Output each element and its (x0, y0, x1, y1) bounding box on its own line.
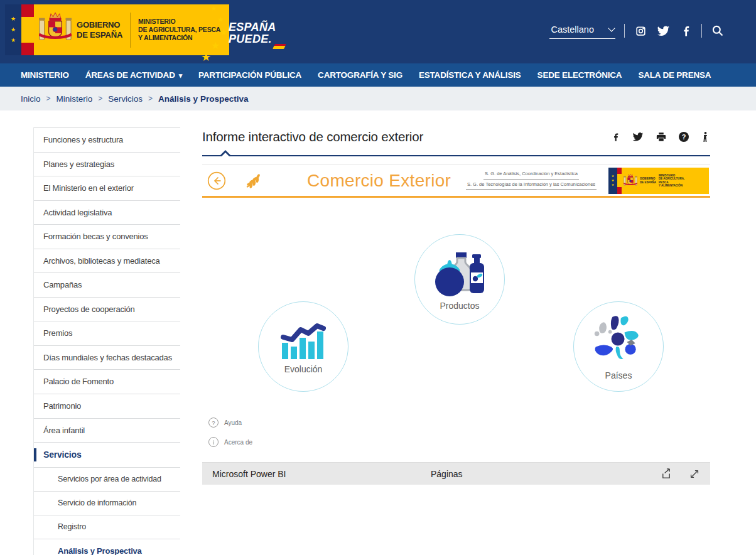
breadcrumb-inicio[interactable]: Inicio (21, 94, 41, 104)
sidebar-item-servicios-por-area[interactable]: Servicios por área de actividad (34, 468, 180, 492)
caret-up-icon-inner (222, 153, 229, 156)
report-title: Comercio Exterior (307, 171, 451, 191)
org-line-1: S. G. de Análisis, Coordinación y Estadí… (483, 171, 579, 179)
eu-star-icon: ★ (11, 16, 16, 22)
bar-chart-trend-icon (281, 320, 326, 360)
share-icon[interactable] (660, 468, 672, 480)
sidebar-item-servicios[interactable]: Servicios (34, 443, 180, 468)
sidebar-menu: Funciones y estructura Planes y estrateg… (33, 127, 180, 555)
breadcrumb-separator: > (98, 94, 102, 103)
fullscreen-expand-icon[interactable] (689, 468, 700, 480)
spain-flag-swoosh-icon (273, 44, 286, 49)
site-header: ★ ★ ★ GOBIERNO DE ESPAÑA MINISTERIO DE A… (0, 0, 756, 63)
nav-item-sede-electronica[interactable]: SEDE ELECTRÓNICA (529, 63, 630, 87)
instagram-icon[interactable] (634, 24, 647, 38)
sidebar-item-funciones-y-estructura[interactable]: Funciones y estructura (34, 128, 180, 153)
facebook-share-icon[interactable] (611, 132, 620, 142)
sidebar-item-actividad-legislativa[interactable]: Actividad legislativa (34, 201, 180, 225)
sidebar-item-campanas[interactable]: Campañas (34, 273, 180, 298)
twitter-icon[interactable] (656, 24, 670, 38)
report-button-evolucion[interactable]: Evolución (258, 301, 348, 392)
report-button-paises[interactable]: Países (573, 301, 664, 392)
org-line-2: S. G. de Tecnologías de la Información y… (466, 182, 597, 190)
breadcrumb: Inicio > Ministerio > Servicios > Anális… (0, 87, 756, 110)
back-button[interactable] (207, 171, 226, 190)
sidebar-item-servicio-de-informacion[interactable]: Servicio de información (34, 492, 180, 515)
header-controls: Castellano (549, 21, 725, 40)
language-selector[interactable]: Castellano (549, 23, 615, 39)
nav-item-estadistica-y-analisis[interactable]: ESTADÍSTICA Y ANÁLISIS (411, 63, 529, 87)
sidebar-item-palacio-de-fomento[interactable]: Palacio de Fomento (34, 370, 180, 394)
report-canvas: Evolución Productos (202, 198, 710, 462)
nav-item-ministerio[interactable]: MINISTERIO (13, 63, 77, 87)
chevron-down-icon (608, 24, 615, 31)
sidebar-item-planes-y-estrategias[interactable]: Planes y estrategias (34, 153, 180, 177)
button-label: Países (605, 370, 632, 380)
eu-flag-strip: ★★★ (608, 168, 617, 194)
main-navigation: MINISTERIO ÁREAS DE ACTIVIDAD▾ PARTICIPA… (0, 63, 756, 87)
gobierno-label: GOBIERNO DE ESPAÑA (77, 20, 130, 40)
sidebar-item-premios[interactable]: Premios (34, 321, 180, 346)
nav-item-cartografia-y-sig[interactable]: CARTOGRAFÍA Y SIG (310, 63, 411, 87)
main-content: Informe interactivo de comercio exterior… (202, 127, 710, 485)
powerbi-footer-bar: Microsoft Power BI Páginas (202, 462, 710, 485)
search-icon[interactable] (711, 24, 725, 38)
food-products-icon (433, 249, 487, 296)
sidebar-item-area-infantil[interactable]: Área infantil (34, 419, 180, 443)
powerbi-brand-link[interactable]: Microsoft Power BI (212, 469, 286, 479)
nav-item-areas-de-actividad[interactable]: ÁREAS DE ACTIVIDAD▾ (77, 63, 190, 87)
header-divider (701, 24, 702, 38)
government-logo[interactable]: ★ ★ ★ GOBIERNO DE ESPAÑA MINISTERIO DE A… (5, 4, 229, 55)
report-header: Comercio Exterior S. G. de Análisis, Coo… (202, 165, 710, 198)
report-button-productos[interactable]: Productos (414, 234, 505, 325)
eu-star-icon: ★ (220, 27, 228, 37)
breadcrumb-separator: > (148, 94, 153, 103)
eu-star-icon: ★ (201, 50, 211, 64)
eu-star-icon: ★ (211, 40, 220, 51)
active-indicator (34, 448, 36, 461)
logo-divider (130, 13, 131, 48)
page-actions: ? (611, 131, 710, 143)
nav-item-participacion-publica[interactable]: PARTICIPACIÓN PÚBLICA (190, 63, 310, 87)
page-title: Informe interactivo de comercio exterior (202, 127, 423, 146)
dropdown-caret-icon: ▾ (179, 72, 182, 80)
eu-star-icon: ★ (11, 27, 16, 33)
report-help-link[interactable]: ? Ayuda (208, 418, 242, 428)
sidebar-item-registro[interactable]: Registro (34, 515, 180, 539)
wheat-icon (245, 172, 262, 189)
button-label: Productos (440, 301, 479, 311)
eu-flag-strip: ★ ★ ★ (5, 4, 21, 55)
sidebar-item-patrimonio[interactable]: Patrimonio (34, 394, 180, 419)
sidebar-item-dias-mundiales[interactable]: Días mundiales y fechas destacadas (34, 346, 180, 370)
report-about-link[interactable]: i Acerca de (208, 437, 252, 447)
eu-star-icon: ★ (211, 5, 217, 12)
question-circle-icon: ? (208, 418, 219, 428)
sidebar-item-analisis-y-prospectiva[interactable]: Análisis y Prospectiva (34, 539, 180, 555)
pages-button[interactable]: Páginas (431, 469, 463, 479)
report-org-block: S. G. de Análisis, Coordinación y Estadí… (456, 170, 606, 191)
header-divider (624, 24, 625, 38)
print-icon[interactable] (656, 131, 667, 143)
sidebar-item-el-ministerio-en-el-exterior[interactable]: El Ministerio en el exterior (34, 176, 180, 201)
sidebar-item-archivos-bibliotecas-y-mediateca[interactable]: Archivos, bibliotecas y mediateca (34, 249, 180, 274)
breadcrumb-ministerio[interactable]: Ministerio (57, 94, 93, 104)
coat-of-arms-icon (39, 11, 72, 49)
button-label: Evolución (284, 364, 323, 374)
coat-of-arms-icon (624, 173, 637, 188)
facebook-icon[interactable] (679, 24, 693, 38)
eu-star-icon: ★ (11, 38, 16, 43)
mini-gobierno-label: GOBIERNO DE ESPAÑA (640, 177, 656, 184)
twitter-share-icon[interactable] (632, 131, 644, 143)
title-underline (202, 155, 710, 156)
accessibility-icon[interactable] (701, 131, 710, 143)
spain-flag-strip (21, 4, 34, 55)
ministry-logo-box: GOBIERNO DE ESPAÑA MINISTERIO DE AGRICUL… (34, 4, 229, 55)
sidebar-item-proyectos-de-cooperacion[interactable]: Proyectos de cooperación (34, 298, 180, 322)
sidebar-item-formacion-becas-y-convenios[interactable]: Formación becas y convenios (34, 225, 180, 249)
nav-item-sala-de-prensa[interactable]: SALA DE PRENSA (630, 63, 719, 87)
help-icon[interactable]: ? (679, 132, 689, 142)
europe-map-icon (592, 313, 645, 366)
breadcrumb-servicios[interactable]: Servicios (108, 94, 143, 104)
info-circle-icon: i (208, 437, 219, 447)
eu-star-icon: ★ (217, 15, 224, 24)
